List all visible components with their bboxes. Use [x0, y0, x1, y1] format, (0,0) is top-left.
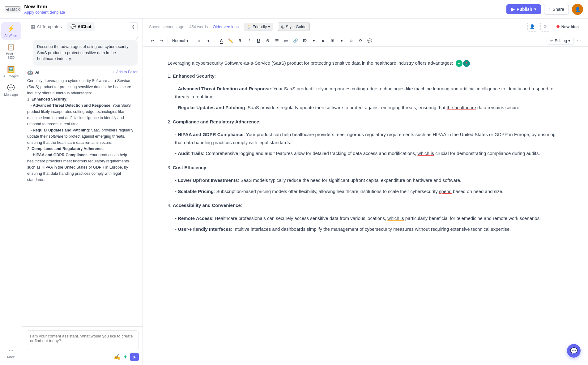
share-icon: ↑: [549, 7, 551, 12]
table-chevron-button[interactable]: ▾: [338, 37, 346, 44]
numbered-list-button[interactable]: ≔: [282, 37, 291, 44]
sub-heading: Advanced Threat Detection and Response: [178, 86, 271, 91]
ai-templates-label: AI Templates: [37, 24, 62, 29]
section-4-sub-2: - User-Friendly Interfaces: Intuitive in…: [175, 225, 563, 233]
format-selector[interactable]: Normal ▾: [170, 37, 191, 44]
older-versions-link[interactable]: Older versions: [213, 24, 239, 29]
emoji-button[interactable]: ☺: [347, 37, 356, 44]
user-collab-icon[interactable]: 👤: [527, 22, 537, 32]
add-to-editor-button[interactable]: ＋ Add to Editor: [111, 70, 138, 75]
highlight-button[interactable]: ✏️: [226, 37, 235, 44]
section-3-sub-1: - Lower Upfront Investments: SaaS models…: [175, 176, 563, 184]
friendly-label: Friendly: [253, 24, 267, 29]
special-char-button[interactable]: Ω: [356, 37, 365, 44]
align-chevron-button[interactable]: ▾: [204, 37, 213, 44]
avatar[interactable]: 👤: [572, 4, 583, 15]
publish-label: Publish: [517, 7, 532, 12]
comment-button[interactable]: 💬: [365, 37, 374, 44]
sub-heading: Remote Access: [178, 216, 212, 221]
section-3-title: Cost Efficiency: [173, 165, 206, 170]
section-2-sub-1: - HIPAA and GDPR Compliance: Your produc…: [175, 131, 563, 146]
back-button[interactable]: ◀ Back: [5, 6, 20, 12]
format-label: Normal: [172, 38, 185, 43]
back-label: Back: [10, 7, 20, 12]
ai-response: 🤖 AI ＋ Add to Editor Certainly! Leveragi…: [27, 69, 138, 183]
robot-icon: 🤖: [27, 69, 33, 75]
more-options-button[interactable]: ⋯: [574, 37, 583, 44]
sub-heading: Lower Upfront Investments: [178, 178, 238, 183]
bold-button[interactable]: B: [236, 37, 244, 44]
ai-response-header: 🤖 AI ＋ Add to Editor: [27, 69, 138, 75]
tab-ai-chat[interactable]: 💬 AIChat: [67, 22, 95, 31]
floating-chat-button[interactable]: 💬: [567, 344, 581, 358]
new-idea-button[interactable]: New Idea: [553, 23, 582, 31]
section-2-heading: 2. Compliance and Regulatory Adherence:: [168, 118, 563, 126]
sub-heading: Regular Updates and Patching: [178, 105, 245, 110]
plus-icon: ＋: [111, 70, 115, 75]
main-layout: ⚡ AI Writer 📋 Brief + SEO 🖼️ AI Images 💬…: [0, 19, 588, 365]
editing-mode-button[interactable]: ✏ Editing ▾: [547, 37, 574, 45]
publish-button[interactable]: ▶ Publish ▾: [506, 4, 541, 14]
tone-chevron-icon: ▾: [268, 24, 270, 29]
media-chevron-button[interactable]: ▾: [310, 37, 318, 44]
sidebar-item-message[interactable]: 💬 Message: [1, 82, 21, 99]
redo-button[interactable]: ↪: [157, 37, 166, 44]
share-label: Share: [553, 7, 564, 12]
sidebar-item-label: AI Images: [3, 74, 19, 78]
ai-cursor-teal[interactable]: 📍: [463, 60, 470, 67]
spend-link: spend: [439, 189, 452, 194]
link-button[interactable]: 🔗: [291, 37, 300, 44]
align-button[interactable]: ≡: [195, 37, 204, 44]
table-button[interactable]: ⊞: [328, 37, 337, 44]
tone-selector[interactable]: 🕯️ Friendly ▾: [244, 23, 273, 31]
section-2-title: Compliance and Regulatory Adherence: [173, 119, 259, 124]
undo-button[interactable]: ↩: [148, 37, 156, 44]
sidebar-item-brief-seo[interactable]: 📋 Brief + SEO: [1, 41, 21, 62]
user-message-text: Describe the advantages of using our cyb…: [37, 44, 129, 61]
underline-button[interactable]: U: [254, 37, 263, 44]
sidebar-item-ai-images[interactable]: 🖼️ AI Images: [1, 63, 21, 80]
strikethrough-button[interactable]: S: [263, 37, 272, 44]
chat-input-footer: ✍ ✦ ➤: [26, 353, 139, 361]
ai-panel-header: ▦ AI Templates 💬 AIChat ❮: [22, 19, 143, 35]
ai-panel: ▦ AI Templates 💬 AIChat ❮ ⤢ Describe the…: [22, 19, 143, 365]
collapse-panel-button[interactable]: ❮: [129, 22, 138, 31]
toolbar-left: Saved seconds ago 454 words Older versio…: [149, 23, 309, 31]
play-button[interactable]: ▶: [319, 37, 328, 44]
section-2: 2. Compliance and Regulatory Adherence: …: [168, 118, 563, 157]
style-guide-button[interactable]: ◎ Style Guide: [278, 23, 309, 31]
grammarly-icon[interactable]: ✍: [114, 354, 121, 360]
section-1-heading: 1. Enhanced Security:: [168, 72, 563, 80]
top-header: ◀ Back New Item Apply content template ▶…: [0, 0, 588, 19]
tab-ai-templates[interactable]: ▦ AI Templates: [27, 22, 66, 31]
new-idea-label: New Idea: [561, 24, 579, 29]
media-button[interactable]: 🖼: [300, 37, 309, 44]
bullet-list-button[interactable]: ☰: [273, 37, 281, 44]
italic-button[interactable]: I: [245, 37, 254, 44]
share-button[interactable]: ↑ Share: [544, 4, 569, 15]
sparkle-icon[interactable]: ✦: [123, 354, 128, 360]
ai-cursor-green[interactable]: ✦: [456, 60, 462, 67]
send-button[interactable]: ➤: [130, 353, 139, 361]
text-color-button[interactable]: A: [217, 37, 226, 44]
chat-bubble-icon: 💬: [570, 347, 578, 354]
expand-icon[interactable]: ⤢: [135, 36, 139, 41]
section-3-sub-2: - Scalable Pricing: Subscription-based p…: [175, 187, 563, 195]
chat-input[interactable]: [26, 330, 139, 350]
sidebar-item-ai-writer[interactable]: ⚡ AI Writer: [1, 22, 21, 40]
style-guide-icon: ◎: [281, 24, 284, 29]
section-2-sub-2: - Audit Trails: Comprehensive logging an…: [175, 149, 563, 157]
chat-area: ⤢ Describe the advantages of using our c…: [22, 35, 143, 326]
sub-heading: HIPAA and GDPR Compliance: [178, 132, 244, 137]
header-right: ▶ Publish ▾ ↑ Share 👤: [506, 4, 583, 15]
message-icon: 💬: [7, 84, 15, 92]
image-icon: 🖼️: [7, 66, 15, 73]
more-icon: ···: [8, 347, 14, 354]
ai-panel-tabs: ▦ AI Templates 💬 AIChat: [27, 22, 95, 31]
lightning-icon: ⚡: [7, 25, 15, 32]
page-title: New Item: [24, 4, 65, 10]
sidebar-item-more[interactable]: ··· More: [1, 344, 21, 361]
settings-collab-icon[interactable]: ⚙: [540, 22, 550, 32]
which-is-link-2: which is: [387, 216, 404, 221]
apply-template-link[interactable]: Apply content template: [24, 10, 65, 15]
